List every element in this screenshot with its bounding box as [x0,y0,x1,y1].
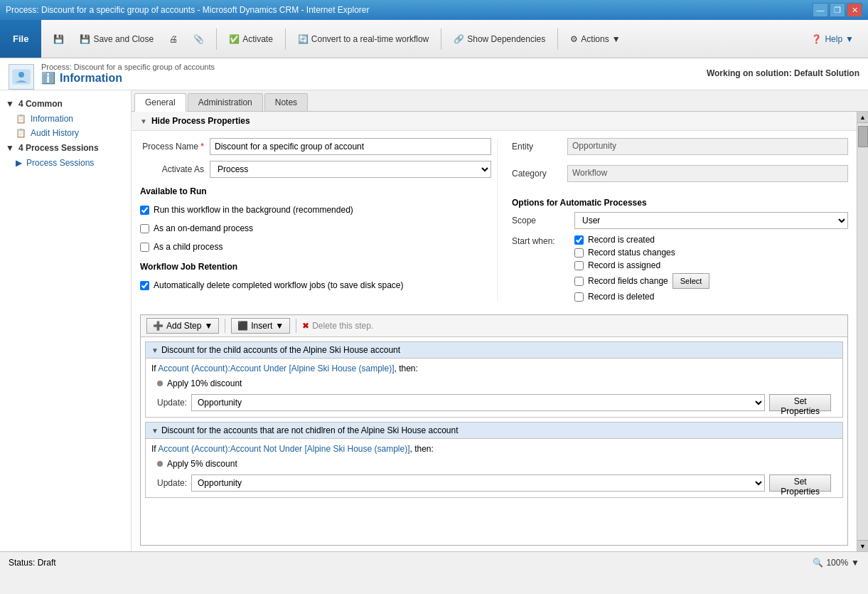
checkbox-background[interactable] [140,206,149,215]
activate-as-row: Activate As Process As template [140,161,491,178]
file-button[interactable]: File [0,20,41,58]
workflow-toolbar: ➕ Add Step ▼ ⬛ Insert ▼ ✖ [141,315,847,337]
step-title-1: Discount for the child accounts of the A… [161,345,400,355]
zoom-area: 🔍 100% ▼ [813,558,859,568]
show-dependencies-button[interactable]: 🔗 Show Dependencies [447,26,552,53]
scroll-down-arrow[interactable]: ▼ [857,540,869,551]
process-sessions-collapse-icon: ▼ [6,143,14,153]
sidebar-item-process-sessions[interactable]: ▶ Process Sessions [0,156,131,170]
update-select-1[interactable]: Opportunity [191,394,765,411]
common-header-label: 4 Common [18,99,63,109]
tab-administration[interactable]: Administration [188,93,263,111]
set-properties-button-1[interactable]: Set Properties [769,394,831,411]
scroll-up-arrow[interactable]: ▲ [857,112,869,123]
sidebar-common-header[interactable]: ▼ 4 Common [0,96,131,112]
step-body-1: If Account (Account):Account Under [Alpi… [146,359,842,417]
checkbox-status[interactable] [574,248,584,258]
activate-as-wrapper: Process As template [210,161,491,178]
tab-general[interactable]: General [134,93,186,112]
process-name-label: Process Name [140,142,204,152]
checkbox-assigned[interactable] [574,261,584,270]
wf-sep-1 [225,319,225,333]
checkbox-retention[interactable] [140,281,149,290]
save-and-close-button[interactable]: 💾 Save and Close [73,26,160,53]
activate-label: Activate [242,34,273,44]
label-created: Record is created [588,235,655,245]
update-label-1: Update: [157,398,187,408]
title-icon: ℹ️ [41,71,55,85]
page-header-left: Process: Discount for a specific group o… [9,63,215,90]
start-when-created: Record is created [574,235,709,245]
checkbox-fields[interactable] [574,277,584,286]
activate-as-select[interactable]: Process As template [210,161,491,178]
checkbox-created[interactable] [574,235,584,245]
condition-link-1[interactable]: Account (Account):Account Under [Alpine … [158,364,394,373]
form-grid: Process Name Activate As Process As temp… [132,131,857,309]
step-toggle-1[interactable]: ▼ [151,346,159,354]
add-step-icon: ➕ [153,321,164,331]
print-button[interactable]: 🖨 [163,26,184,53]
sidebar: ▼ 4 Common 📋 Information 📋 Audit History… [0,90,132,551]
checkbox-ondemand-row: As an on-demand process [140,222,491,235]
category-row: Category Workflow [512,165,848,182]
content-area: ▼ 4 Common 📋 Information 📋 Audit History… [0,90,868,551]
category-value: Workflow [567,165,848,182]
step-toggle-2[interactable]: ▼ [151,427,159,435]
checkbox-child-label: As a child process [154,242,223,252]
action-item-2: Apply 5% discount [151,456,837,472]
scroll-rail: ▲ ▼ [857,112,868,551]
condition-link-2[interactable]: Account (Account):Account Not Under [Alp… [158,444,409,454]
entity-value: Opportunity [567,138,848,155]
toolbar: File 💾 💾 Save and Close 🖨 📎 ✅ Activate 🔄… [0,20,868,58]
actions-button[interactable]: ⚙ Actions ▼ [564,26,626,53]
form-right: Entity Opportunity Category Workflow Opt… [497,138,848,302]
checkbox-deleted[interactable] [574,292,584,302]
select-fields-button[interactable]: Select [673,273,710,289]
label-deleted: Record is deleted [588,292,654,302]
sidebar-item-information[interactable]: 📋 Information [0,112,131,126]
restore-button[interactable]: ❐ [830,3,845,17]
set-properties-button-2[interactable]: Set Properties [769,474,831,492]
process-sessions-icon: ▶ [16,158,22,168]
section-header[interactable]: ▼ Hide Process Properties [132,112,857,131]
page-header-text: Process: Discount for a specific group o… [41,63,215,85]
save-button[interactable]: 💾 [47,26,70,53]
sidebar-audit-label: Audit History [31,128,79,138]
checkbox-child[interactable] [140,243,149,252]
sidebar-item-audit-history[interactable]: 📋 Audit History [0,126,131,140]
insert-button[interactable]: ⬛ Insert ▼ [231,318,290,334]
delete-step-button[interactable]: ✖ Delete this step. [302,321,373,331]
start-when-status: Record status changes [574,248,709,258]
convert-button[interactable]: 🔄 Convert to a real-time workflow [291,26,435,53]
tab-notes[interactable]: Notes [264,93,308,111]
sidebar-information-label: Information [31,114,73,124]
workflow-editor: ➕ Add Step ▼ ⬛ Insert ▼ ✖ [140,314,848,546]
help-button[interactable]: ❓ Help ▼ [811,34,854,44]
minimize-button[interactable]: — [813,3,828,17]
scope-select[interactable]: User Business Unit Parent: Child Busines… [574,212,848,229]
step-header-2: ▼ Discount for the accounts that are not… [146,423,842,439]
insert-dropdown: ▼ [275,321,284,331]
help-dropdown-icon: ▼ [845,34,854,44]
options-section: Options for Automatic Processes Scope Us… [512,198,848,302]
scroll-thumb[interactable] [858,126,868,147]
toolbar-right: ❓ Help ▼ [811,34,862,44]
save-icon: 💾 [53,34,64,44]
checkbox-ondemand[interactable] [140,224,149,233]
dependencies-icon: 🔗 [454,34,464,44]
sidebar-process-sessions-header[interactable]: ▼ 4 Process Sessions [0,140,131,156]
scope-label: Scope [512,216,569,226]
common-collapse-icon: ▼ [6,99,14,109]
checkbox-retention-row: Automatically delete completed workflow … [140,279,491,292]
activate-button[interactable]: ✅ Activate [223,26,279,53]
update-select-2[interactable]: Opportunity [191,474,765,492]
zoom-level: 100% [826,558,848,568]
process-sessions-header-label: 4 Process Sessions [18,143,99,153]
add-step-button[interactable]: ➕ Add Step ▼ [146,318,219,334]
process-name-input[interactable] [210,138,491,155]
information-icon: 📋 [16,114,26,124]
start-when-fields: Record fields change Select [574,273,709,289]
close-button[interactable]: ✕ [847,3,862,17]
scope-row: Scope User Business Unit Parent: Child B… [512,212,848,229]
attach-button[interactable]: 📎 [187,26,210,53]
